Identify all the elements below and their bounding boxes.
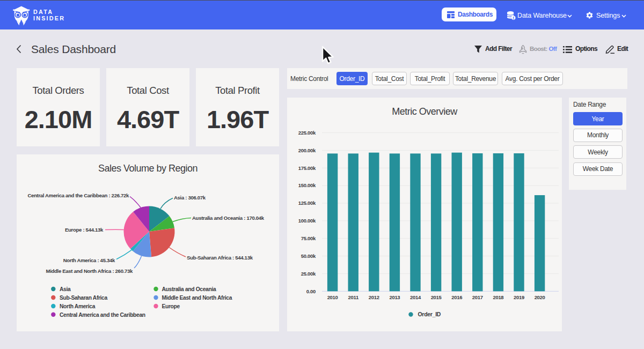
svg-text:2017: 2017 xyxy=(472,294,483,300)
svg-text:Australia and Oceania : 170.04: Australia and Oceania : 170.04k xyxy=(192,215,265,221)
svg-text:Australia and Oceania: Australia and Oceania xyxy=(162,286,216,292)
svg-text:75.00k: 75.00k xyxy=(301,235,316,241)
svg-text:2010: 2010 xyxy=(327,294,338,300)
svg-text:Sub-Saharan Africa : 544.13k: Sub-Saharan Africa : 544.13k xyxy=(187,255,253,261)
svg-text:50.00k: 50.00k xyxy=(301,253,316,259)
svg-text:Middle East and North Africa: Middle East and North Africa xyxy=(162,295,232,301)
svg-text:Middle East and North Africa :: Middle East and North Africa : 260.73k xyxy=(46,268,133,274)
svg-text:25.00k: 25.00k xyxy=(301,271,316,277)
svg-text:2012: 2012 xyxy=(369,294,379,300)
svg-text:2020: 2020 xyxy=(535,294,545,300)
svg-text:Europe: Europe xyxy=(162,303,180,309)
svg-text:Order_ID: Order_ID xyxy=(418,311,441,317)
svg-text:200.00k: 200.00k xyxy=(298,147,316,153)
svg-text:175.00k: 175.00k xyxy=(298,165,316,171)
svg-text:Europe : 544.13k: Europe : 544.13k xyxy=(65,227,104,233)
svg-text:2014: 2014 xyxy=(410,294,421,300)
svg-text:2019: 2019 xyxy=(514,294,524,300)
svg-text:100.00k: 100.00k xyxy=(298,218,316,224)
svg-text:Asia: Asia xyxy=(60,286,71,292)
svg-text:2011: 2011 xyxy=(348,294,358,300)
svg-text:2018: 2018 xyxy=(493,294,503,300)
svg-text:Sub-Saharan Africa: Sub-Saharan Africa xyxy=(60,295,107,301)
svg-text:0.00: 0.00 xyxy=(306,288,316,294)
svg-text:North America : 45.34k: North America : 45.34k xyxy=(63,257,115,263)
svg-text:125.00k: 125.00k xyxy=(298,200,316,206)
svg-text:Central America and the Caribb: Central America and the Caribbean : 226.… xyxy=(27,192,129,198)
svg-text:150.00k: 150.00k xyxy=(298,182,316,188)
svg-text:2015: 2015 xyxy=(431,294,442,300)
svg-text:Asia : 306.07k: Asia : 306.07k xyxy=(174,195,206,201)
svg-text:North America: North America xyxy=(60,303,96,309)
svg-text:2016: 2016 xyxy=(451,294,462,300)
svg-text:2013: 2013 xyxy=(389,294,400,300)
svg-text:225.00k: 225.00k xyxy=(298,130,316,136)
svg-text:Central America and the Caribb: Central America and the Caribbean xyxy=(60,312,145,318)
